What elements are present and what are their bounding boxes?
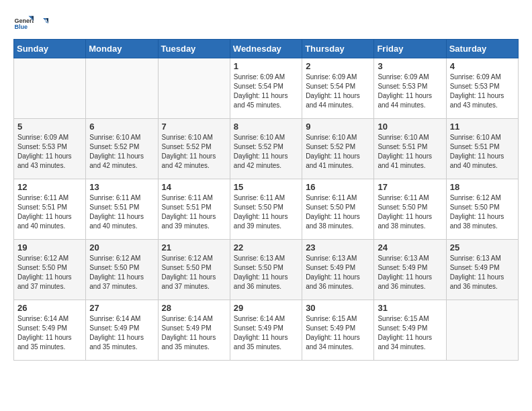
day-info: Sunrise: 6:09 AMSunset: 5:54 PMDaylight:…: [234, 73, 298, 110]
calendar-header: SundayMondayTuesdayWednesdayThursdayFrid…: [14, 40, 519, 58]
day-info: Sunrise: 6:13 AMSunset: 5:50 PMDaylight:…: [234, 254, 298, 291]
calendar-body: 1Sunrise: 6:09 AMSunset: 5:54 PMDaylight…: [14, 58, 519, 361]
day-number: 28: [162, 303, 226, 313]
day-number: 26: [17, 303, 82, 313]
day-number: 4: [450, 61, 515, 71]
calendar-cell: 25Sunrise: 6:13 AMSunset: 5:49 PMDayligh…: [446, 240, 518, 300]
calendar-table: SundayMondayTuesdayWednesdayThursdayFrid…: [13, 39, 519, 361]
weekday-header-tuesday: Tuesday: [158, 40, 230, 58]
day-number: 2: [306, 61, 370, 71]
calendar-cell: [158, 58, 230, 119]
calendar-cell: 28Sunrise: 6:14 AMSunset: 5:49 PMDayligh…: [158, 300, 230, 361]
day-info: Sunrise: 6:09 AMSunset: 5:53 PMDaylight:…: [450, 73, 515, 110]
day-info: Sunrise: 6:09 AMSunset: 5:53 PMDaylight:…: [17, 133, 82, 171]
calendar-week-row: 12Sunrise: 6:11 AMSunset: 5:51 PMDayligh…: [14, 179, 519, 240]
logo-bird-icon: [36, 17, 50, 30]
day-info: Sunrise: 6:12 AMSunset: 5:50 PMDaylight:…: [89, 254, 154, 291]
day-info: Sunrise: 6:14 AMSunset: 5:49 PMDaylight:…: [17, 314, 82, 352]
weekday-header-thursday: Thursday: [302, 40, 374, 58]
weekday-header-sunday: Sunday: [14, 40, 86, 58]
day-info: Sunrise: 6:11 AMSunset: 5:51 PMDaylight:…: [17, 193, 82, 231]
calendar-cell: 11Sunrise: 6:10 AMSunset: 5:51 PMDayligh…: [446, 119, 518, 179]
calendar-cell: 31Sunrise: 6:15 AMSunset: 5:49 PMDayligh…: [374, 300, 446, 361]
calendar-cell: 7Sunrise: 6:10 AMSunset: 5:52 PMDaylight…: [158, 119, 230, 179]
calendar-cell: 4Sunrise: 6:09 AMSunset: 5:53 PMDaylight…: [446, 58, 518, 119]
day-number: 23: [306, 242, 370, 253]
day-info: Sunrise: 6:11 AMSunset: 5:51 PMDaylight:…: [89, 193, 154, 231]
day-info: Sunrise: 6:12 AMSunset: 5:50 PMDaylight:…: [450, 193, 515, 231]
day-info: Sunrise: 6:11 AMSunset: 5:50 PMDaylight:…: [234, 193, 298, 231]
day-info: Sunrise: 6:10 AMSunset: 5:51 PMDaylight:…: [378, 133, 442, 171]
calendar-cell: 20Sunrise: 6:12 AMSunset: 5:50 PMDayligh…: [86, 240, 158, 300]
logo-icon: General Blue: [13, 13, 34, 34]
day-number: 12: [17, 182, 82, 192]
calendar-cell: 12Sunrise: 6:11 AMSunset: 5:51 PMDayligh…: [14, 179, 86, 240]
day-info: Sunrise: 6:14 AMSunset: 5:49 PMDaylight:…: [89, 314, 154, 352]
calendar-cell: 6Sunrise: 6:10 AMSunset: 5:52 PMDaylight…: [86, 119, 158, 179]
calendar-cell: 22Sunrise: 6:13 AMSunset: 5:50 PMDayligh…: [230, 240, 302, 300]
svg-text:Blue: Blue: [15, 24, 28, 30]
calendar-week-row: 1Sunrise: 6:09 AMSunset: 5:54 PMDaylight…: [14, 58, 519, 119]
day-number: 25: [450, 242, 515, 253]
day-info: Sunrise: 6:11 AMSunset: 5:50 PMDaylight:…: [378, 193, 442, 231]
day-number: 27: [89, 303, 154, 313]
day-number: 9: [306, 122, 370, 132]
day-number: 24: [378, 242, 442, 253]
day-number: 14: [162, 182, 226, 192]
day-info: Sunrise: 6:10 AMSunset: 5:52 PMDaylight:…: [306, 133, 370, 171]
day-number: 5: [17, 122, 82, 132]
header: General Blue: [13, 13, 519, 34]
calendar-cell: 18Sunrise: 6:12 AMSunset: 5:50 PMDayligh…: [446, 179, 518, 240]
weekday-header-wednesday: Wednesday: [230, 40, 302, 58]
day-info: Sunrise: 6:14 AMSunset: 5:49 PMDaylight:…: [162, 314, 226, 352]
day-number: 21: [162, 242, 226, 253]
day-info: Sunrise: 6:13 AMSunset: 5:49 PMDaylight:…: [450, 254, 515, 291]
weekday-header-monday: Monday: [86, 40, 158, 58]
day-info: Sunrise: 6:11 AMSunset: 5:51 PMDaylight:…: [162, 193, 226, 231]
calendar-cell: 23Sunrise: 6:13 AMSunset: 5:49 PMDayligh…: [302, 240, 374, 300]
day-number: 13: [89, 182, 154, 192]
day-info: Sunrise: 6:15 AMSunset: 5:49 PMDaylight:…: [378, 314, 442, 352]
weekday-header-saturday: Saturday: [446, 40, 518, 58]
day-info: Sunrise: 6:10 AMSunset: 5:52 PMDaylight:…: [89, 133, 154, 171]
day-number: 29: [234, 303, 298, 313]
calendar-cell: 15Sunrise: 6:11 AMSunset: 5:50 PMDayligh…: [230, 179, 302, 240]
calendar-cell: 21Sunrise: 6:12 AMSunset: 5:50 PMDayligh…: [158, 240, 230, 300]
day-number: 15: [234, 182, 298, 192]
day-number: 11: [450, 122, 515, 132]
calendar-cell: 14Sunrise: 6:11 AMSunset: 5:51 PMDayligh…: [158, 179, 230, 240]
day-number: 22: [234, 242, 298, 253]
day-number: 8: [234, 122, 298, 132]
day-info: Sunrise: 6:14 AMSunset: 5:49 PMDaylight:…: [234, 314, 298, 352]
day-number: 31: [378, 303, 442, 313]
day-info: Sunrise: 6:15 AMSunset: 5:49 PMDaylight:…: [306, 314, 370, 352]
calendar-cell: 9Sunrise: 6:10 AMSunset: 5:52 PMDaylight…: [302, 119, 374, 179]
calendar-cell: 13Sunrise: 6:11 AMSunset: 5:51 PMDayligh…: [86, 179, 158, 240]
weekday-header-row: SundayMondayTuesdayWednesdayThursdayFrid…: [14, 40, 519, 58]
calendar-cell: 8Sunrise: 6:10 AMSunset: 5:52 PMDaylight…: [230, 119, 302, 179]
day-number: 7: [162, 122, 226, 132]
calendar-cell: 17Sunrise: 6:11 AMSunset: 5:50 PMDayligh…: [374, 179, 446, 240]
calendar-cell: [446, 300, 518, 361]
calendar-cell: 29Sunrise: 6:14 AMSunset: 5:49 PMDayligh…: [230, 300, 302, 361]
weekday-header-friday: Friday: [374, 40, 446, 58]
day-info: Sunrise: 6:09 AMSunset: 5:54 PMDaylight:…: [306, 73, 370, 110]
day-info: Sunrise: 6:11 AMSunset: 5:50 PMDaylight:…: [306, 193, 370, 231]
calendar-cell: 19Sunrise: 6:12 AMSunset: 5:50 PMDayligh…: [14, 240, 86, 300]
day-info: Sunrise: 6:09 AMSunset: 5:53 PMDaylight:…: [378, 73, 442, 110]
calendar-cell: 27Sunrise: 6:14 AMSunset: 5:49 PMDayligh…: [86, 300, 158, 361]
calendar-cell: 5Sunrise: 6:09 AMSunset: 5:53 PMDaylight…: [14, 119, 86, 179]
day-number: 3: [378, 61, 442, 71]
logo: General Blue: [13, 13, 50, 34]
day-number: 20: [89, 242, 154, 253]
day-info: Sunrise: 6:10 AMSunset: 5:51 PMDaylight:…: [450, 133, 515, 171]
day-number: 17: [378, 182, 442, 192]
calendar-cell: 1Sunrise: 6:09 AMSunset: 5:54 PMDaylight…: [230, 58, 302, 119]
day-info: Sunrise: 6:12 AMSunset: 5:50 PMDaylight:…: [17, 254, 82, 291]
calendar-cell: 30Sunrise: 6:15 AMSunset: 5:49 PMDayligh…: [302, 300, 374, 361]
calendar-cell: [86, 58, 158, 119]
day-info: Sunrise: 6:13 AMSunset: 5:49 PMDaylight:…: [306, 254, 370, 291]
calendar-week-row: 19Sunrise: 6:12 AMSunset: 5:50 PMDayligh…: [14, 240, 519, 300]
day-number: 18: [450, 182, 515, 192]
calendar-cell: 16Sunrise: 6:11 AMSunset: 5:50 PMDayligh…: [302, 179, 374, 240]
